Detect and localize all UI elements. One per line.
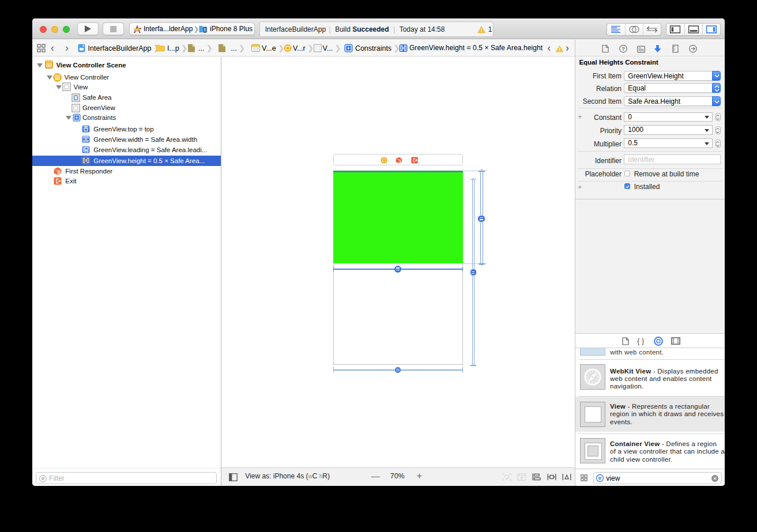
svg-text:1: 1 bbox=[58, 171, 60, 174]
svg-text:?: ? bbox=[622, 46, 625, 52]
svg-text:1: 1 bbox=[400, 160, 401, 163]
